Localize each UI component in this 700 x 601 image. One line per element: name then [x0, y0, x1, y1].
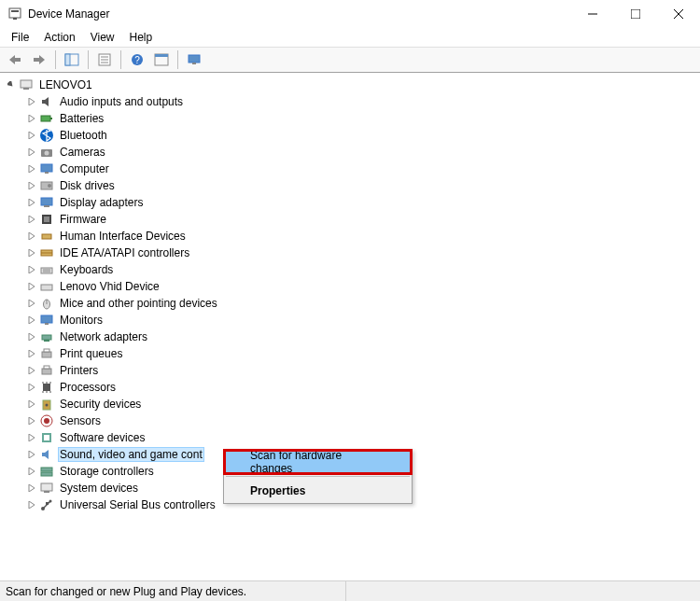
tree-item[interactable]: Mice and other pointing devices [6, 295, 700, 312]
help-button[interactable]: ? [126, 49, 148, 70]
tree-item[interactable]: Display adapters [6, 194, 700, 211]
tree-item[interactable]: Batteries [6, 110, 700, 127]
svg-rect-35 [44, 217, 49, 222]
tree-item[interactable]: Human Interface Devices [6, 228, 700, 245]
tree-item[interactable]: Printers [6, 362, 700, 379]
chevron-right-icon[interactable] [26, 398, 37, 410]
devices-printers-button[interactable] [183, 49, 205, 70]
tree-item-label[interactable]: Batteries [58, 111, 105, 126]
tree-root[interactable]: LENOVO1 [6, 77, 700, 93]
chevron-right-icon[interactable] [26, 113, 37, 124]
menu-action[interactable]: Action [36, 29, 82, 46]
tree-item[interactable]: Computer [6, 161, 700, 177]
device-category-icon [39, 380, 54, 395]
tree-item[interactable]: Monitors [6, 312, 700, 328]
tree-item[interactable]: Security devices [6, 396, 700, 412]
tree-item-label[interactable]: Keyboards [58, 262, 115, 277]
menu-help[interactable]: Help [122, 29, 161, 46]
chevron-right-icon[interactable] [26, 432, 37, 443]
tree-item-label[interactable]: Monitors [58, 313, 105, 328]
chevron-right-icon[interactable] [26, 365, 37, 376]
tree-item[interactable]: Print queues [6, 345, 700, 362]
tree-item-label[interactable]: Storage controllers [58, 464, 156, 479]
tree-item-label[interactable]: Sensors [58, 413, 103, 428]
minimize-button[interactable] [571, 0, 614, 28]
tree-item-label[interactable]: Cameras [58, 145, 107, 160]
chevron-right-icon[interactable] [26, 214, 37, 225]
tree-item-label[interactable]: Print queues [58, 346, 124, 361]
forward-button[interactable] [28, 49, 50, 70]
properties-button[interactable] [93, 49, 116, 70]
tree-item-label[interactable]: Human Interface Devices [58, 229, 188, 244]
tree-item-label[interactable]: IDE ATA/ATAPI controllers [58, 245, 191, 260]
chevron-right-icon[interactable] [26, 314, 37, 326]
tree-item-label[interactable]: Printers [58, 363, 100, 378]
tree-item[interactable]: Bluetooth [6, 127, 700, 144]
tree-item-label[interactable]: System devices [58, 481, 140, 496]
chevron-right-icon[interactable] [26, 466, 37, 477]
device-category-icon [39, 128, 54, 143]
chevron-right-icon[interactable] [26, 163, 37, 175]
tree-item-label[interactable]: Audio inputs and outputs [58, 94, 185, 109]
svg-rect-20 [192, 63, 196, 64]
tree-item-label[interactable]: Mice and other pointing devices [58, 296, 219, 311]
chevron-right-icon[interactable] [26, 130, 37, 141]
chevron-right-icon[interactable] [26, 180, 37, 191]
chevron-right-icon[interactable] [26, 147, 37, 158]
menu-view[interactable]: View [83, 29, 122, 46]
chevron-right-icon[interactable] [26, 96, 37, 107]
chevron-right-icon[interactable] [26, 499, 37, 510]
tree-item[interactable]: Firmware [6, 211, 700, 228]
tree-item[interactable]: Cameras [6, 144, 700, 161]
show-hide-console-tree-button[interactable] [61, 49, 83, 70]
device-category-icon [39, 178, 54, 193]
tree-item[interactable]: Audio inputs and outputs [6, 93, 700, 110]
tree-item[interactable]: Sensors [6, 412, 700, 429]
back-button[interactable] [4, 49, 26, 70]
maximize-button[interactable] [614, 0, 657, 28]
chevron-right-icon[interactable] [26, 231, 37, 242]
chevron-right-icon[interactable] [26, 298, 37, 309]
tree-item[interactable]: Disk drives [6, 177, 700, 194]
svg-rect-49 [42, 352, 51, 357]
tree-item-label[interactable]: Lenovo Vhid Device [58, 279, 161, 294]
chevron-right-icon[interactable] [26, 281, 37, 292]
expand-icon[interactable] [6, 79, 17, 91]
chevron-right-icon[interactable] [26, 348, 37, 359]
tree-item-label[interactable]: Bluetooth [58, 128, 109, 143]
tree-item[interactable]: Software devices [6, 429, 700, 446]
chevron-right-icon[interactable] [26, 331, 37, 342]
ctx-properties[interactable]: Properties [224, 479, 412, 503]
tree-item[interactable]: IDE ATA/ATAPI controllers [6, 245, 700, 261]
chevron-right-icon[interactable] [26, 382, 37, 393]
tree-item-label[interactable]: Universal Serial Bus controllers [58, 497, 217, 512]
chevron-right-icon[interactable] [26, 415, 37, 426]
tree-item-label[interactable]: Sound, video and game cont [58, 447, 204, 462]
ctx-scan-hardware[interactable]: Scan for hardware changes [224, 450, 412, 474]
tree-item[interactable]: Lenovo Vhid Device [6, 278, 700, 295]
chevron-right-icon[interactable] [26, 247, 37, 259]
scan-hardware-button[interactable] [150, 49, 173, 70]
menu-file[interactable]: File [4, 29, 36, 46]
tree-item-label[interactable]: Security devices [58, 397, 143, 412]
tree-item-label[interactable]: Display adapters [58, 195, 145, 210]
chevron-right-icon[interactable] [26, 264, 37, 275]
tree-item-label[interactable]: Software devices [58, 430, 147, 445]
tree-item-label[interactable]: Computer [58, 161, 111, 176]
root-label[interactable]: LENOVO1 [37, 77, 94, 92]
chevron-right-icon[interactable] [26, 482, 37, 494]
chevron-right-icon[interactable] [26, 449, 37, 460]
tree-item[interactable]: Keyboards [6, 261, 700, 278]
chevron-right-icon[interactable] [26, 197, 37, 208]
device-category-icon [39, 161, 54, 176]
tree-item-label[interactable]: Firmware [58, 212, 108, 227]
svg-rect-68 [41, 483, 52, 491]
close-button[interactable] [657, 0, 700, 28]
tree-item[interactable]: Processors [6, 379, 700, 396]
tree-item-label[interactable]: Network adapters [58, 329, 149, 344]
device-tree[interactable]: LENOVO1 Audio inputs and outputsBatterie… [0, 75, 700, 580]
device-category-icon [39, 195, 54, 210]
tree-item-label[interactable]: Processors [58, 380, 118, 395]
tree-item[interactable]: Network adapters [6, 328, 700, 345]
tree-item-label[interactable]: Disk drives [58, 178, 117, 193]
